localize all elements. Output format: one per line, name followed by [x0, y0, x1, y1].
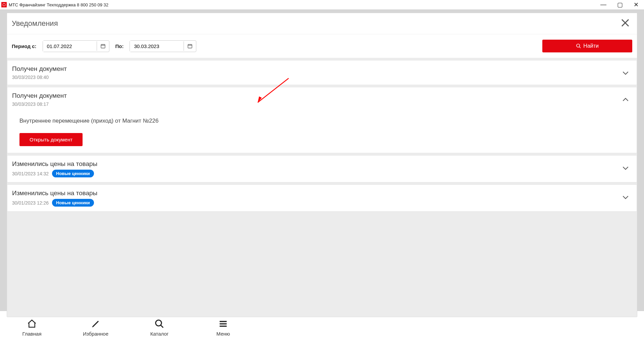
notification-card: Изменились цены на товары 30/01/2023 14:… — [7, 155, 637, 182]
chevron-down-icon — [621, 193, 630, 203]
period-to-label: По: — [115, 43, 124, 49]
svg-rect-7 — [101, 44, 105, 48]
svg-point-15 — [577, 44, 580, 47]
svg-rect-11 — [188, 44, 192, 48]
svg-line-1 — [161, 325, 163, 328]
notification-header[interactable]: Изменились цены на товары 30/01/2023 14:… — [7, 156, 637, 182]
chevron-down-icon — [621, 164, 630, 174]
notification-date: 30/01/2023 12:26 — [12, 200, 49, 206]
notification-date: 30/03/2023 08:17 — [12, 101, 49, 107]
date-to-field[interactable] — [130, 40, 196, 52]
notification-header[interactable]: Изменились цены на товары 30/01/2023 12:… — [7, 185, 637, 211]
nav-label: Избранное — [83, 331, 108, 337]
notification-card: Получен документ 30/03/2023 08:40 — [7, 60, 637, 85]
window-close-button[interactable]: ✕ — [634, 1, 639, 8]
window-titlebar: МТС Франчайзинг Техподдержка 8 800 250 0… — [0, 0, 644, 9]
notification-date: 30/03/2023 08:40 — [12, 75, 49, 80]
nav-label: Каталог — [150, 331, 169, 337]
badge-new-prices: Новые ценники — [52, 199, 94, 207]
svg-line-16 — [579, 47, 581, 48]
window-title: МТС Франчайзинг Техподдержка 8 800 250 0… — [9, 2, 108, 7]
nav-label: Меню — [216, 331, 230, 337]
notification-title: Изменились цены на товары — [12, 189, 97, 197]
date-from-input[interactable] — [43, 41, 97, 52]
find-button-label: Найти — [583, 43, 599, 49]
search-icon — [154, 319, 164, 329]
notification-body-text: Внутреннее перемещение (приход) от Магни… — [19, 118, 632, 124]
badge-new-prices: Новые ценники — [52, 170, 94, 177]
chevron-down-icon — [621, 69, 630, 79]
home-icon — [27, 319, 37, 329]
notification-title: Получен документ — [12, 65, 67, 73]
app-icon — [1, 2, 7, 7]
date-to-input[interactable] — [130, 41, 184, 52]
calendar-icon[interactable] — [184, 41, 196, 51]
notification-date: 30/01/2023 14:32 — [12, 171, 49, 176]
notification-title: Получен документ — [12, 92, 67, 99]
modal-title: Уведомления — [12, 19, 58, 28]
menu-icon — [218, 319, 228, 329]
nav-label: Главная — [22, 331, 41, 337]
chevron-up-icon — [621, 95, 630, 105]
window-minimize-button[interactable]: — — [600, 1, 606, 8]
calendar-icon[interactable] — [97, 41, 109, 51]
pencil-icon — [91, 319, 101, 329]
modal-close-button[interactable] — [620, 18, 630, 29]
search-icon — [576, 43, 581, 49]
notification-header[interactable]: Получен документ 30/03/2023 08:40 — [7, 60, 637, 85]
notifications-list[interactable]: Получен документ 30/03/2023 08:40 Получе… — [7, 58, 637, 317]
modal-header: Уведомления — [7, 13, 637, 34]
period-from-label: Период с: — [12, 43, 37, 49]
notification-body: Внутреннее перемещение (приход) от Магни… — [7, 112, 637, 153]
notification-title: Изменились цены на товары — [12, 160, 97, 168]
svg-point-0 — [156, 320, 162, 326]
filter-row: Период с: По: Найти — [7, 34, 637, 58]
window-maximize-button[interactable]: ▢ — [617, 1, 623, 8]
notification-card: Изменились цены на товары 30/01/2023 12:… — [7, 184, 637, 212]
notification-header[interactable]: Получен документ 30/03/2023 08:17 — [7, 87, 637, 112]
notifications-modal: Уведомления Период с: По: Найти — [7, 13, 637, 317]
notification-card: Получен документ 30/03/2023 08:17 Внутре… — [7, 87, 637, 153]
date-from-field[interactable] — [43, 40, 109, 52]
open-document-button[interactable]: Открыть документ — [19, 133, 83, 146]
find-button[interactable]: Найти — [542, 40, 632, 52]
